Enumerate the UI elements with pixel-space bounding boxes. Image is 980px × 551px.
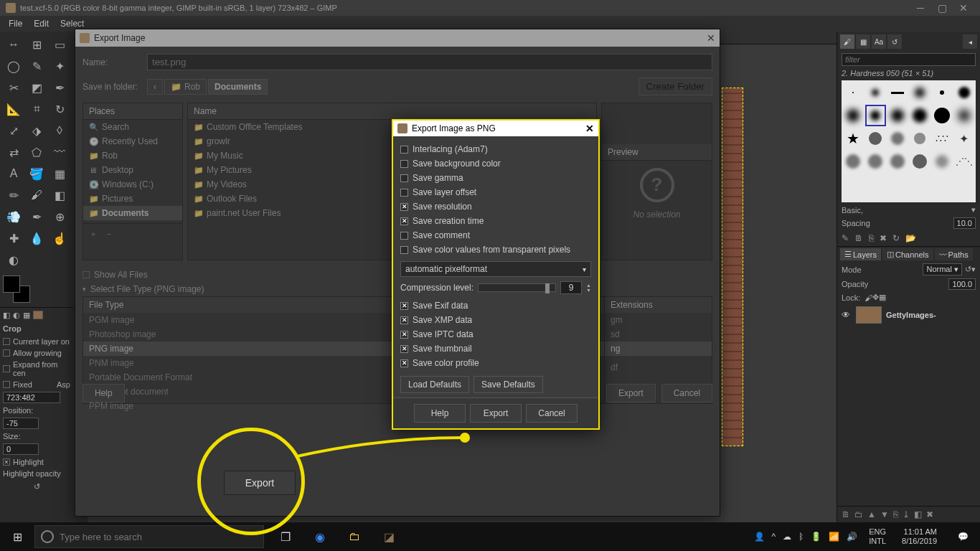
dup-layer-icon[interactable]: ⎘ <box>893 509 898 519</box>
mode-chevron-icon[interactable]: ▾ <box>971 265 976 274</box>
tool-fuzzy-select[interactable]: ✦ <box>49 56 70 76</box>
lang-indicator[interactable]: ENGINTL <box>864 527 890 546</box>
opts-tab-icon[interactable]: ▦ <box>23 311 30 320</box>
load-defaults-button[interactable]: Load Defaults <box>400 376 469 393</box>
breadcrumb-item[interactable]: 📁Rob <box>164 79 207 95</box>
maximize-button[interactable]: ▢ <box>931 1 953 15</box>
png-option-checkbox[interactable]: ✕Save IPTC data <box>400 327 591 342</box>
tool-heal[interactable]: ✚ <box>3 228 24 248</box>
edit-brush-icon[interactable]: ✎ <box>842 233 849 243</box>
notifications-icon[interactable]: 💬 <box>948 522 977 551</box>
opacity-value[interactable]: 100.0 <box>948 278 976 290</box>
layer-name[interactable]: GettyImages- <box>886 311 936 319</box>
layer-row[interactable]: 👁 GettyImages- <box>837 303 980 326</box>
export-confirm-button[interactable]: Export <box>606 384 656 402</box>
brush-selected[interactable] <box>865 105 886 126</box>
tool-paintbrush[interactable]: 🖌 <box>26 185 47 205</box>
gimp-app-icon[interactable]: ◪ <box>373 522 405 551</box>
spin-up-icon[interactable]: ▲ <box>586 283 591 288</box>
lock-pixels-icon[interactable]: 🖌 <box>864 293 872 302</box>
close-button[interactable]: ✕ <box>953 1 974 15</box>
png-option-checkbox[interactable]: Save color values from transparent pixel… <box>400 242 591 257</box>
opts-tab-icon[interactable]: ◐ <box>13 311 20 320</box>
bluetooth-icon[interactable]: ᛒ <box>798 532 804 542</box>
dup-brush-icon[interactable]: ⎘ <box>869 233 874 243</box>
spacing-value[interactable]: 10.0 <box>953 217 976 229</box>
png-dialog-titlebar[interactable]: Export Image as PNG ✕ <box>393 121 598 136</box>
people-icon[interactable]: 👤 <box>754 532 765 542</box>
tool-bucket[interactable]: 🪣 <box>26 164 47 184</box>
png-cancel-button[interactable]: Cancel <box>526 404 578 423</box>
task-view-icon[interactable]: ❐ <box>270 522 301 551</box>
explorer-app-icon[interactable]: 🗀 <box>339 522 370 551</box>
png-help-button[interactable]: Help <box>414 404 466 423</box>
tool-dodge[interactable]: ◐ <box>3 250 24 270</box>
export-dialog-titlebar[interactable]: Export Image ✕ <box>75 29 720 47</box>
places-item[interactable]: 🕑Recently Used <box>83 134 182 149</box>
png-option-checkbox[interactable]: Save background color <box>400 156 591 171</box>
places-item[interactable]: 📁Documents <box>83 206 182 220</box>
tool-rect-select[interactable]: ▭ <box>49 34 70 55</box>
save-defaults-button[interactable]: Save Defaults <box>473 376 543 393</box>
tool-pencil[interactable]: ✏ <box>3 185 24 205</box>
chk-highlight[interactable] <box>3 458 10 466</box>
position-input[interactable] <box>3 418 39 429</box>
tool-smudge[interactable]: ☝ <box>49 228 70 248</box>
tool-cage[interactable]: ⬠ <box>26 142 47 162</box>
del-brush-icon[interactable]: ✖ <box>880 233 887 243</box>
wifi-icon[interactable]: 📶 <box>829 532 839 542</box>
lower-layer-icon[interactable]: ▼ <box>880 509 889 519</box>
opts-tab-icon[interactable] <box>33 311 43 319</box>
layer-thumbnail[interactable] <box>856 306 882 324</box>
visibility-icon[interactable]: 👁 <box>842 310 852 320</box>
patterns-tab-icon[interactable]: ▦ <box>856 34 870 49</box>
layer-group-icon[interactable]: 🗀 <box>854 509 863 519</box>
png-option-checkbox[interactable]: ✕Save color profile <box>400 356 591 370</box>
annotation-export-button[interactable]: Export <box>224 471 296 495</box>
tool-align[interactable]: ⊞ <box>26 34 47 55</box>
places-item[interactable]: 🔍Search <box>83 120 182 134</box>
reset-icon[interactable]: ↺ <box>34 482 40 491</box>
chevron-down-icon[interactable]: ▾ <box>971 205 976 215</box>
battery-icon[interactable]: 🔋 <box>811 532 821 542</box>
clock[interactable]: 11:01 AM8/16/2019 <box>897 527 941 546</box>
tool-measure[interactable]: 📐 <box>3 99 24 119</box>
taskbar-search-input[interactable] <box>60 532 258 542</box>
tool-ink[interactable]: ✒ <box>26 207 47 227</box>
breadcrumb-back[interactable]: ‹ <box>147 79 163 95</box>
new-brush-icon[interactable]: 🗎 <box>854 233 863 243</box>
places-item[interactable]: 🖥Desktop <box>83 163 182 177</box>
places-item[interactable]: 💽Windows (C:) <box>83 177 182 192</box>
png-option-checkbox[interactable]: ✕Save Exif data <box>400 298 591 313</box>
tool-scale[interactable]: ⤢ <box>3 121 24 141</box>
png-option-checkbox[interactable]: ✕Save creation time <box>400 214 591 228</box>
png-option-checkbox[interactable]: Interlacing (Adam7) <box>400 142 591 156</box>
size-input[interactable] <box>3 443 39 455</box>
onedrive-icon[interactable]: ☁ <box>783 532 791 542</box>
ratio-input[interactable] <box>3 392 60 403</box>
places-item[interactable]: 📁Rob <box>83 149 182 163</box>
tool-foreground[interactable]: ◩ <box>26 77 47 98</box>
png-option-checkbox[interactable]: Save gamma <box>400 171 591 185</box>
tool-clone[interactable]: ⊕ <box>49 207 70 227</box>
breadcrumb-item[interactable]: Documents <box>208 79 268 95</box>
tool-ellipse-select[interactable]: ◯ <box>3 56 24 76</box>
chk-fixed[interactable] <box>3 381 10 388</box>
tray-chevron-icon[interactable]: ^ <box>772 532 776 542</box>
tool-text[interactable]: A <box>3 164 24 184</box>
remove-bookmark-icon[interactable]: － <box>105 228 113 240</box>
compression-slider[interactable] <box>478 283 556 292</box>
opts-tab-icon[interactable]: ◧ <box>3 311 10 320</box>
png-option-checkbox[interactable]: ✕Save resolution <box>400 199 591 214</box>
tab-paths[interactable]: 〰Paths <box>935 248 973 260</box>
history-tab-icon[interactable]: ↺ <box>887 34 902 49</box>
tool-blur[interactable]: 💧 <box>26 228 47 248</box>
png-option-checkbox[interactable]: Save comment <box>400 228 591 242</box>
png-option-checkbox[interactable]: Save layer offset <box>400 185 591 199</box>
start-button[interactable]: ⊞ <box>0 522 34 551</box>
tool-paths[interactable]: ✒ <box>49 77 70 98</box>
taskbar-search[interactable] <box>34 525 264 548</box>
chk-show-all[interactable] <box>83 271 90 278</box>
png-export-button[interactable]: Export <box>470 404 522 423</box>
tool-rotate[interactable]: ↻ <box>49 99 70 119</box>
